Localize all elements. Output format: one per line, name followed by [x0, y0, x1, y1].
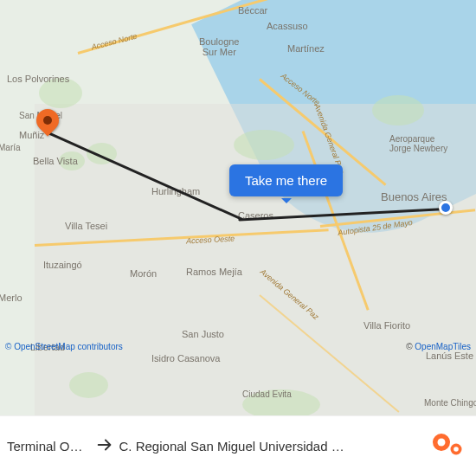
destination-marker[interactable]	[36, 109, 59, 132]
label-boulogne: Boulogne Sur Mer	[199, 36, 240, 57]
map-widget: Acceso Norte Acceso Norte Avenida Genera…	[0, 0, 476, 476]
label-ituzaingo: Ituzaingó	[43, 260, 82, 270]
arrow-right-icon	[95, 435, 114, 458]
attribution-osm: © OpenStreetMap contributors	[5, 342, 123, 351]
label-lanus: Lanús Este	[426, 351, 473, 361]
tiles-link[interactable]: OpenMapTiles	[415, 342, 471, 351]
label-san-justo: San Justo	[182, 329, 224, 339]
label-villa-fiorito: Villa Fiorito	[363, 320, 410, 331]
route-footer: Terminal O… C. Regional San Miguel Unive…	[0, 415, 476, 476]
osm-prefix: ©	[5, 342, 14, 351]
cta-label: Take me there	[245, 173, 327, 188]
tiles-prefix: ©	[406, 342, 415, 351]
route-to-label[interactable]: C. Regional San Miguel Universidad …	[119, 439, 422, 453]
label-ciudad-evita: Ciudad Evita	[242, 389, 292, 399]
svg-point-4	[453, 447, 459, 452]
label-bella-vista: Bella Vista	[33, 156, 78, 166]
pin-icon	[32, 105, 64, 137]
origin-marker[interactable]	[439, 201, 453, 215]
label-martinez: Martínez	[287, 43, 325, 54]
attribution-tiles: © OpenMapTiles	[406, 342, 471, 351]
label-buenos-aires: Buenos Aires	[381, 190, 447, 203]
label-villa-tesei: Villa Tesei	[65, 221, 107, 231]
osm-suffix: contributors	[75, 342, 123, 351]
label-isidro-casanova: Isidro Casanova	[151, 353, 221, 363]
svg-point-2	[438, 438, 446, 446]
route-from-label[interactable]: Terminal O…	[7, 439, 83, 453]
label-beccar: Béccar	[238, 5, 267, 16]
moovit-logo[interactable]	[429, 432, 469, 461]
label-monte: Monte Chingolo	[424, 398, 476, 408]
label-acassuso: Acassuso	[267, 21, 308, 31]
label-ramos-mejia: Ramos Mejía	[186, 267, 242, 277]
take-me-there-button[interactable]: Take me there	[229, 164, 343, 196]
map-background	[0, 0, 476, 415]
map-canvas[interactable]: Acceso Norte Acceso Norte Avenida Genera…	[0, 0, 476, 415]
label-maria: María	[0, 143, 21, 152]
osm-link[interactable]: OpenStreetMap	[14, 342, 75, 351]
label-aeroparque: Aeroparque Jorge Newbery	[389, 134, 447, 153]
label-moron: Morón	[130, 268, 157, 279]
label-los-polvorines: Los Polvorines	[7, 74, 69, 84]
label-merlo: Merlo	[0, 293, 23, 303]
